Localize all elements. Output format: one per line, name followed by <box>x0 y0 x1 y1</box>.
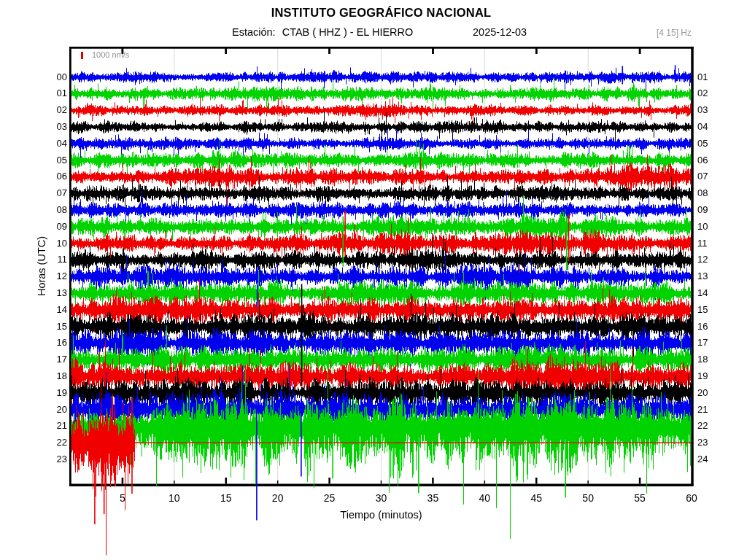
x-tick-label-45: 45 <box>524 493 549 504</box>
x-tick-label-35: 35 <box>420 493 445 504</box>
hour-label-right-15: 15 <box>697 305 713 315</box>
hour-label-left-23: 23 <box>51 454 67 464</box>
hour-label-left-16: 16 <box>51 338 67 348</box>
helicorder-page: INSTITUTO GEOGRÁFICO NACIONAL Estación:C… <box>0 0 747 560</box>
hour-label-right-03: 03 <box>697 105 713 115</box>
hour-label-left-18: 18 <box>51 371 67 381</box>
x-axis-label: Tiempo (minutos) <box>71 509 692 521</box>
hour-label-right-02: 02 <box>697 88 713 98</box>
hour-label-right-14: 14 <box>697 288 713 298</box>
station-line: Estación:CTAB ( HHZ ) - EL HIERRO <box>232 26 413 38</box>
x-tick-label-30: 30 <box>369 493 394 504</box>
hour-label-right-06: 06 <box>697 155 713 166</box>
hour-label-right-08: 08 <box>697 188 713 198</box>
hour-label-left-22: 22 <box>51 438 67 448</box>
hour-label-right-17: 17 <box>697 338 713 348</box>
hour-label-left-05: 05 <box>51 155 67 166</box>
hour-label-right-21: 21 <box>697 405 713 415</box>
x-tick-label-60: 60 <box>679 493 704 504</box>
hour-label-left-06: 06 <box>51 171 67 182</box>
x-tick-label-15: 15 <box>214 493 239 504</box>
hour-label-right-10: 10 <box>697 222 713 232</box>
amplitude-scale-label: 1000 nm/s <box>92 50 129 59</box>
hour-label-left-04: 04 <box>51 139 67 149</box>
hour-label-right-09: 09 <box>697 205 713 215</box>
hour-label-left-10: 10 <box>51 238 67 249</box>
hour-label-left-21: 21 <box>51 421 67 431</box>
hour-label-right-04: 04 <box>697 122 713 132</box>
hour-label-right-20: 20 <box>697 388 713 398</box>
hour-label-right-11: 11 <box>697 238 713 249</box>
x-tick-label-40: 40 <box>472 493 497 504</box>
page-title: INSTITUTO GEOGRÁFICO NACIONAL <box>71 6 692 20</box>
x-tick-label-20: 20 <box>266 493 290 504</box>
hour-label-left-08: 08 <box>51 205 67 215</box>
hour-label-left-15: 15 <box>51 322 67 332</box>
station-label: Estación: <box>232 26 276 38</box>
hour-label-left-17: 17 <box>51 354 67 365</box>
hour-label-left-20: 20 <box>51 405 67 415</box>
filter-band-text: [4 15] Hz <box>657 28 692 38</box>
hour-label-left-12: 12 <box>51 271 67 281</box>
x-tick-label-55: 55 <box>627 493 652 504</box>
hour-label-left-02: 02 <box>51 105 67 115</box>
x-tick-label-25: 25 <box>317 493 342 504</box>
hour-label-left-11: 11 <box>51 254 67 265</box>
hour-label-left-19: 19 <box>51 388 67 398</box>
y-axis-label: Horas (UTC) <box>36 236 47 296</box>
hour-label-left-09: 09 <box>51 222 67 232</box>
amplitude-scale-bar <box>81 52 83 59</box>
hour-label-right-05: 05 <box>697 139 713 149</box>
hour-label-left-03: 03 <box>51 122 67 132</box>
x-tick-label-10: 10 <box>162 493 187 504</box>
hour-label-left-01: 01 <box>51 88 67 98</box>
hour-label-left-13: 13 <box>51 288 67 298</box>
x-tick-label-5: 5 <box>110 493 135 504</box>
station-name: CTAB ( HHZ ) - EL HIERRO <box>282 26 414 38</box>
hour-label-right-07: 07 <box>697 171 713 182</box>
plot-date: 2025-12-03 <box>473 26 527 38</box>
hour-label-left-07: 07 <box>51 188 67 198</box>
hour-label-right-23: 23 <box>697 438 713 448</box>
hour-label-right-12: 12 <box>697 254 713 265</box>
hour-label-right-18: 18 <box>697 354 713 365</box>
x-tick-label-50: 50 <box>576 493 600 504</box>
hour-label-right-22: 22 <box>697 421 713 431</box>
hour-label-right-16: 16 <box>697 322 713 332</box>
hour-label-right-01: 01 <box>697 72 713 82</box>
hour-label-right-13: 13 <box>697 271 713 281</box>
hour-label-right-24: 24 <box>697 454 713 464</box>
hour-label-left-14: 14 <box>51 305 67 315</box>
hour-label-right-19: 19 <box>697 371 713 381</box>
hour-label-left-00: 00 <box>51 72 67 82</box>
helicorder-canvas <box>0 0 747 560</box>
